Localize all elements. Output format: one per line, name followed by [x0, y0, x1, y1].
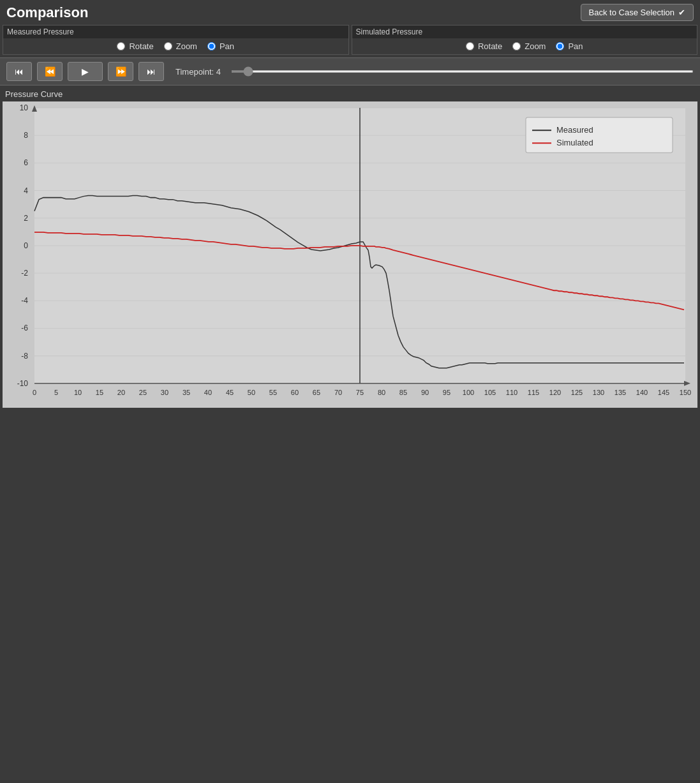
svg-text:10: 10: [20, 103, 29, 112]
right-rotate-group[interactable]: Rotate: [466, 41, 502, 51]
left-panel-label: Measured Pressure: [3, 26, 348, 38]
svg-text:45: 45: [226, 389, 234, 396]
page-title: Comparison: [6, 4, 88, 21]
svg-text:120: 120: [549, 389, 561, 396]
skip-to-end-button[interactable]: ⏭: [138, 62, 164, 81]
svg-text:105: 105: [484, 389, 496, 396]
svg-text:0: 0: [24, 241, 28, 250]
transport-bar: ⏮ ⏪ ▶ ⏩ ⏭ Timepoint: 4: [0, 57, 700, 86]
svg-text:30: 30: [161, 389, 168, 396]
svg-text:60: 60: [291, 389, 299, 396]
svg-text:75: 75: [356, 389, 364, 396]
pressure-section: Pressure Curve 10 8 6 4: [0, 86, 700, 408]
right-zoom-label[interactable]: Zoom: [525, 41, 546, 51]
svg-text:125: 125: [571, 389, 583, 396]
svg-text:70: 70: [334, 389, 342, 396]
svg-text:65: 65: [313, 389, 320, 396]
right-pan-label[interactable]: Pan: [568, 41, 583, 51]
legend-measured: Measured: [556, 125, 593, 135]
left-rotate-group[interactable]: Rotate: [117, 41, 153, 51]
svg-text:55: 55: [269, 389, 277, 396]
right-rotate-radio[interactable]: [466, 42, 474, 50]
left-zoom-group[interactable]: Zoom: [164, 41, 197, 51]
left-pan-group[interactable]: Pan: [207, 41, 234, 51]
legend-simulated: Simulated: [556, 138, 593, 147]
left-viewer-panel: Measured Pressure 10 5 0 -5 -10 Relative…: [3, 25, 349, 55]
left-rotate-radio[interactable]: [117, 42, 125, 50]
svg-text:35: 35: [182, 389, 190, 396]
skip-to-start-button[interactable]: ⏮: [6, 62, 32, 81]
right-viewer-controls: Rotate Zoom Pan: [352, 38, 697, 54]
right-zoom-radio[interactable]: [512, 42, 521, 50]
svg-text:115: 115: [528, 389, 539, 396]
svg-text:90: 90: [421, 389, 429, 396]
header: Comparison Back to Case Selection ✔: [0, 0, 700, 25]
svg-text:25: 25: [139, 389, 147, 396]
rewind-button[interactable]: ⏪: [37, 62, 63, 81]
pressure-curve-label: Pressure Curve: [3, 88, 697, 100]
left-pan-label[interactable]: Pan: [220, 41, 234, 51]
svg-text:-10: -10: [17, 379, 29, 388]
viewers-row: Measured Pressure 10 5 0 -5 -10 Relative…: [0, 25, 700, 57]
svg-text:6: 6: [24, 158, 28, 167]
chart-container: 10 8 6 4 2 0 -2 -4 -6 -8 -10 0 5 10 15 2…: [3, 101, 697, 408]
svg-text:4: 4: [24, 186, 28, 195]
right-rotate-label[interactable]: Rotate: [478, 41, 502, 51]
left-zoom-label[interactable]: Zoom: [176, 41, 197, 51]
svg-text:150: 150: [680, 389, 691, 396]
timepoint-label: Timepoint: 4: [175, 67, 221, 77]
svg-text:85: 85: [399, 389, 407, 396]
svg-text:135: 135: [614, 389, 626, 396]
svg-text:2: 2: [24, 214, 28, 223]
svg-text:15: 15: [96, 389, 103, 396]
checkmark-icon: ✔: [678, 8, 685, 17]
svg-text:100: 100: [463, 389, 474, 396]
svg-text:130: 130: [593, 389, 604, 396]
fast-forward-button[interactable]: ⏩: [108, 62, 133, 81]
right-panel-label: Simulated Pressure: [352, 26, 697, 38]
svg-text:40: 40: [204, 389, 212, 396]
right-pan-group[interactable]: Pan: [556, 41, 583, 51]
right-pan-radio[interactable]: [556, 42, 564, 50]
svg-text:-6: -6: [21, 324, 28, 332]
back-button-label: Back to Case Selection: [589, 8, 674, 17]
svg-text:50: 50: [248, 389, 255, 396]
left-viewer-controls: Rotate Zoom Pan: [3, 38, 348, 54]
svg-text:-8: -8: [21, 352, 28, 361]
svg-text:-2: -2: [21, 269, 28, 278]
svg-text:110: 110: [506, 389, 518, 396]
chart-svg: 10 8 6 4 2 0 -2 -4 -6 -8 -10 0 5 10 15 2…: [3, 101, 697, 408]
timeline-slider[interactable]: [231, 70, 694, 73]
svg-text:8: 8: [24, 131, 28, 140]
right-zoom-group[interactable]: Zoom: [512, 41, 546, 51]
left-rotate-label[interactable]: Rotate: [129, 41, 153, 51]
play-button[interactable]: ▶: [68, 62, 103, 81]
left-zoom-radio[interactable]: [164, 42, 172, 50]
svg-rect-82: [526, 117, 673, 153]
svg-text:145: 145: [658, 389, 669, 396]
svg-text:80: 80: [378, 389, 385, 396]
svg-text:140: 140: [636, 389, 648, 396]
back-to-case-button[interactable]: Back to Case Selection ✔: [581, 4, 694, 21]
svg-text:0: 0: [33, 389, 36, 396]
svg-text:5: 5: [54, 389, 58, 396]
svg-text:-4: -4: [21, 296, 28, 305]
svg-text:95: 95: [443, 389, 451, 396]
right-viewer-panel: Simulated Pressure 10 5 0 -5 -10 Relativ…: [352, 25, 698, 55]
svg-text:10: 10: [74, 389, 82, 396]
left-pan-radio[interactable]: [207, 42, 216, 50]
svg-text:20: 20: [117, 389, 125, 396]
